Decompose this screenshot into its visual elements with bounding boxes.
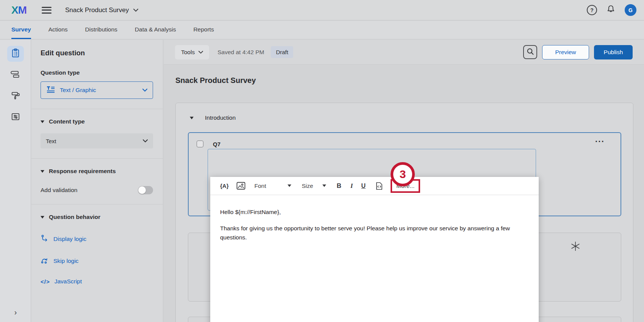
rich-text-editor-popup: {A} Font Size B I U [210,177,539,322]
search-icon [527,48,534,56]
panel-divider [31,109,163,109]
source-code-icon[interactable] [375,182,383,190]
question-checkbox[interactable] [197,141,203,147]
paint-roller-icon [11,91,20,102]
size-dropdown[interactable]: Size [302,183,313,189]
toggle-knob [138,186,146,194]
tab-distributions[interactable]: Distributions [85,21,117,39]
collapse-triangle-icon [41,170,44,173]
survey-canvas: Tools Saved at 4:42 PM Draft Preview Pub… [164,40,644,322]
panel-heading: Edit question [41,49,153,57]
tab-reports[interactable]: Reports [193,21,214,39]
required-asterisk-icon [570,240,581,254]
font-chevron-icon[interactable] [288,184,291,187]
font-dropdown[interactable]: Font [255,183,266,189]
underline-button[interactable]: U [361,183,366,189]
xm-logo[interactable]: XM [11,4,27,16]
top-bar: XM Snack Product Survey ? G [0,0,644,20]
size-chevron-icon[interactable] [322,184,326,187]
tab-data-analysis[interactable]: Data & Analysis [135,21,176,39]
skip-logic-label: Skip logic [53,258,78,264]
bold-button[interactable]: B [337,182,341,190]
display-logic-link[interactable]: Display logic [41,234,153,244]
rail-item-survey-builder[interactable] [7,46,24,62]
italic-button[interactable]: I [350,182,353,190]
tab-actions[interactable]: Actions [48,21,68,39]
survey-title-menu[interactable]: Snack Product Survey [65,6,138,14]
response-requirements-label: Response requirements [49,168,116,175]
hamburger-menu-icon[interactable] [42,7,52,14]
publish-button[interactable]: Publish [594,45,633,59]
strip-right-actions: Preview Publish [523,45,633,59]
code-icon: </> [41,278,50,285]
main-nav-tabs: Survey Actions Distributions Data & Anal… [0,21,644,39]
editor-body-text: Thanks for giving us the opportunity to … [220,224,516,242]
question-type-label: Question type [41,69,153,76]
question-behavior-section-header[interactable]: Question behavior [41,214,153,220]
add-validation-toggle[interactable] [138,186,153,194]
panel-divider [31,204,163,205]
tab-survey[interactable]: Survey [11,21,31,39]
tools-dropdown[interactable]: Tools [175,45,209,59]
chevron-down-icon [199,51,203,54]
annotation-step-circle: 3 [391,162,415,186]
topbar-actions: ? G [587,4,636,16]
content-type-label: Content type [49,118,85,125]
action-strip: Tools Saved at 4:42 PM Draft Preview Pub… [164,40,644,65]
survey-canvas-title: Snack Product Survey [175,76,256,85]
help-icon[interactable]: ? [587,5,597,15]
preview-button[interactable]: Preview [542,45,589,59]
notifications-icon[interactable] [606,5,616,16]
block-header[interactable]: Introduction [190,114,236,121]
edit-question-panel: Edit question Question type Text / Graph… [31,40,163,322]
content-type-section-header[interactable]: Content type [41,118,153,125]
rte-toolbar: {A} Font Size B I U [210,177,539,195]
question-options-icon[interactable]: ··· [595,137,605,147]
chevron-down-icon [133,9,138,12]
rail-item-survey-flow[interactable] [7,109,24,125]
rail-item-blocks[interactable] [7,67,24,83]
builder-icon-rail: › [0,40,31,322]
javascript-link[interactable]: </> JavaScript [41,278,153,285]
qualtrics-survey-editor: XM Snack Product Survey ? G Survey Actio… [0,0,644,322]
skip-logic-icon [41,256,49,266]
canvas-scroll-area[interactable]: Snack Product Survey Introduction Q7 ··· [164,65,644,322]
display-logic-icon [41,234,49,244]
survey-options-icon [11,112,20,123]
blocks-icon [11,69,20,81]
saved-status: Saved at 4:42 PM [217,49,264,56]
expand-rail-chevron[interactable]: › [0,308,31,317]
question-id: Q7 [213,141,220,147]
add-validation-row: Add validation [41,186,153,194]
skip-logic-link[interactable]: Skip logic [41,256,153,266]
javascript-label: JavaScript [55,278,82,285]
piped-text-icon[interactable]: {A} [220,183,229,189]
collapse-triangle-icon [41,216,44,219]
question-type-dropdown[interactable]: Text / Graphic [41,81,153,99]
insert-image-icon[interactable] [236,182,245,190]
content-type-value: Text [46,138,56,144]
tools-label: Tools [181,49,195,56]
chevron-down-icon [143,139,148,142]
question-type-value: Text / Graphic [60,87,96,94]
question-behavior-label: Question behavior [49,214,100,220]
editor-greeting-text: Hello ${m://FirstName}, [220,209,528,216]
response-requirements-section-header[interactable]: Response requirements [41,168,153,175]
collapse-triangle-icon [41,120,44,123]
rail-item-look-feel[interactable] [7,88,24,104]
add-validation-label: Add validation [41,187,77,194]
user-avatar[interactable]: G [625,4,636,16]
block-title: Introduction [205,114,236,121]
panel-divider [31,158,163,159]
clipboard-list-icon [11,48,20,59]
search-button[interactable] [523,45,537,59]
display-logic-label: Display logic [53,236,86,242]
survey-title-text: Snack Product Survey [65,6,129,14]
collapse-triangle-icon [190,117,194,119]
rte-content[interactable]: Hello ${m://FirstName}, Thanks for givin… [210,195,539,242]
text-graphic-icon [46,85,55,95]
chevron-down-icon [142,89,147,92]
content-type-select[interactable]: Text [41,133,153,148]
draft-status-badge: Draft [271,46,293,58]
